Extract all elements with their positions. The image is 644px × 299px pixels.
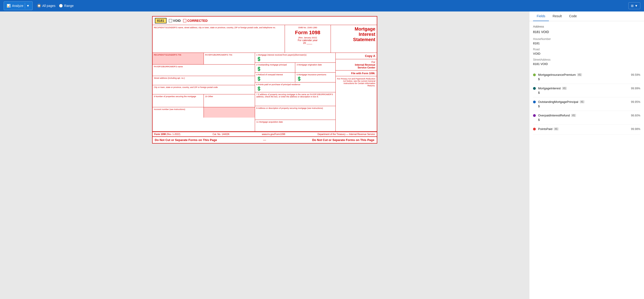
corrected-label: CORRECTED <box>187 19 208 22</box>
range-option[interactable]: Range <box>59 4 74 7</box>
box7-label: 7 If address of property securing mortga… <box>256 93 334 98</box>
box2-label: 2 Outstanding mortgage principal <box>256 64 294 66</box>
city-label: City or town, state or province, country… <box>154 86 254 88</box>
city-row: City or town, state or province, country… <box>152 85 255 94</box>
tab-fields[interactable]: Fields <box>533 11 549 21</box>
tab-result[interactable]: Result <box>549 11 566 21</box>
tab-code[interactable]: Code <box>566 11 580 21</box>
field-name-4: PointsPaid <box>538 127 552 131</box>
field-name-row-1: MortgageInterest #1 99.99% <box>538 87 640 90</box>
box4-label: 4 Refund of overpaid interest <box>256 73 294 76</box>
all-pages-radio[interactable] <box>37 4 41 7</box>
warning-bar: Do Not Cut or Separate Forms on This Pag… <box>152 136 377 143</box>
range-radio[interactable] <box>59 4 63 7</box>
field-name-2: OutstandingMortgagePrincipal <box>538 100 578 104</box>
payer-tin-cell: PAYER'S/BORROWER'S TIN <box>204 53 255 64</box>
field-items-list: MortgageInsurancePremium #1 99.59% $ Mor… <box>533 70 640 135</box>
box6: 6 Points paid on purchase of principal r… <box>255 82 336 92</box>
field-item: PointsPaid #1 99.98% <box>533 124 640 135</box>
for-irs-label: For Internal Revenue Service Center <box>336 59 377 70</box>
form-1098: 8181 VOID CORRECTED RECIPIENT'S/LENDER'S… <box>152 16 377 144</box>
house-number-value: 8181 <box>533 41 640 45</box>
field-confidence-3: 98.60% <box>631 114 640 117</box>
field-info-3: OverpaidInterestRefund #1 98.60% $ <box>538 114 640 121</box>
layers-icon: ⊞ <box>631 4 634 7</box>
void-label: VOID <box>173 19 181 22</box>
title-line1: Mortgage <box>332 26 376 32</box>
copy-a-column: Copy A For Internal Revenue Service Cent… <box>336 53 377 131</box>
field-dot-2 <box>533 101 536 103</box>
box45: 4 Refund of overpaid interest 💲 5 Mortga… <box>255 73 336 82</box>
year-value: 20 ____ <box>286 41 329 44</box>
field-badge-0: #1 <box>577 73 582 76</box>
box23: 2 Outstanding mortgage principal 💲 3 Mor… <box>255 63 336 73</box>
title-box: Mortgage Interest Statement <box>331 25 377 53</box>
box1: 1 Mortgage interest received from payer(… <box>255 53 336 63</box>
street-label: Street address (including apt. no.) <box>154 77 254 79</box>
property-row: 9 Number of properties securing the mort… <box>152 94 255 107</box>
copy-a-label: Copy A <box>336 53 377 59</box>
road-value: VOID <box>533 52 640 55</box>
road-title: Road <box>533 48 640 51</box>
box9-label: 9 Number of properties securing the mort… <box>154 95 202 98</box>
box11-label: 11 Mortgage acquisition date <box>256 121 334 123</box>
form-number: 1098 <box>309 30 320 35</box>
right-panel: Fields Result Code Address 8181 VOID Hou… <box>529 11 644 299</box>
copy-section: Mortgage Interest Statement <box>332 26 376 42</box>
box6-icon: 💲 <box>256 86 334 91</box>
form-rev: (Rev. January 2022) <box>286 36 329 39</box>
panel-tabs: Fields Result Code <box>529 11 644 21</box>
analyze-button[interactable]: 📊 Analyze ▼ <box>4 1 33 10</box>
tin-row: RECIPIENT'S/LENDER'S TIN PAYER'S/BORROWE… <box>152 53 255 64</box>
field-badge-1: #1 <box>562 87 567 90</box>
field-name-1: MortgageInterest <box>538 87 560 90</box>
divider <box>25 3 25 8</box>
field-value-3: $ <box>538 118 640 121</box>
void-checkbox[interactable] <box>169 19 172 22</box>
form-wrapper: 8181 VOID CORRECTED RECIPIENT'S/LENDER'S… <box>152 16 377 144</box>
all-pages-label: All pages <box>42 4 56 7</box>
recipient-label: RECIPIENT'S/LENDER'S name, street addres… <box>154 26 283 29</box>
recipient-box: RECIPIENT'S/LENDER'S name, street addres… <box>152 25 285 53</box>
layers-dropdown-icon: ▼ <box>634 4 638 7</box>
field-badge-2: #1 <box>580 100 584 103</box>
field-confidence-2: 99.95% <box>631 100 640 104</box>
form-area: 8181 VOID CORRECTED RECIPIENT'S/LENDER'S… <box>0 11 529 299</box>
house-number-title: HouseNumber <box>533 37 640 41</box>
field-name-row-0: MortgageInsurancePremium #1 99.59% <box>538 73 640 76</box>
field-confidence-1: 99.99% <box>631 87 640 90</box>
omb-text: OMB No. 1545-1380 <box>286 26 329 29</box>
box3: 3 Mortgage origination date <box>295 63 336 72</box>
box5-icon: 💲 <box>296 76 334 81</box>
footer-dept: Department of the Treasury — Internal Re… <box>318 133 375 135</box>
field-info-0: MortgageInsurancePremium #1 99.59% $ <box>538 73 640 81</box>
corrected-checkbox-group: CORRECTED <box>183 19 208 22</box>
layers-button[interactable]: ⊞ ▼ <box>628 2 640 9</box>
box11: 11 Mortgage acquisition date <box>255 120 336 131</box>
field-name-3: OverpaidInterestRefund <box>538 114 570 117</box>
box8-label: 8 Address or description of property sec… <box>256 107 334 109</box>
panel-content: Address 8181 VOID HouseNumber 8181 Road … <box>529 21 644 299</box>
left-column: RECIPIENT'S/LENDER'S TIN PAYER'S/BORROWE… <box>152 53 255 131</box>
warning-left: Do Not Cut or Separate Forms on This Pag… <box>155 138 217 142</box>
field-name-row-3: OverpaidInterestRefund #1 98.60% <box>538 114 640 117</box>
field-name-row-4: PointsPaid #1 99.98% <box>538 127 640 131</box>
street-address-title: StreetAddress <box>533 58 640 61</box>
field-value-0: $ <box>538 77 640 81</box>
field-confidence-0: 99.59% <box>631 73 640 76</box>
form-word: Form <box>295 30 309 35</box>
field-dot-0 <box>533 73 536 76</box>
field-badge-3: #1 <box>571 114 576 117</box>
warning-right: Do Not Cut or Separate Forms on This Pag… <box>312 138 374 142</box>
corrected-checkbox[interactable] <box>183 19 186 22</box>
field-dot-4 <box>533 128 536 130</box>
form-number-box: 8181 <box>155 18 166 23</box>
right-boxes: 1 Mortgage interest received from payer(… <box>255 53 336 131</box>
warning-dash: — <box>263 138 266 142</box>
omb-center: OMB No. 1545-1380 Form 1098 (Rev. Januar… <box>285 25 331 53</box>
street-address-value: 8181 VOID <box>533 62 640 66</box>
box4-icon: 💲 <box>256 76 294 81</box>
field-item: MortgageInsurancePremium #1 99.59% $ <box>533 70 640 84</box>
all-pages-option[interactable]: All pages <box>37 4 56 7</box>
calendar-year-label: For calendar year <box>286 39 329 41</box>
